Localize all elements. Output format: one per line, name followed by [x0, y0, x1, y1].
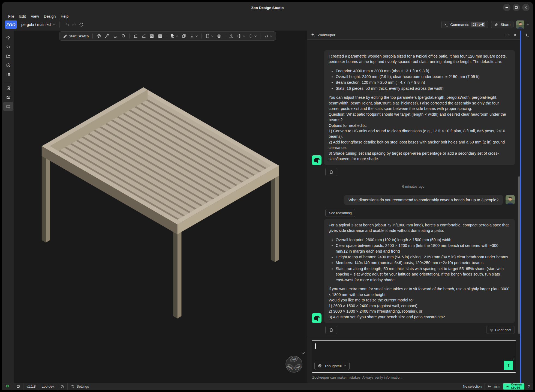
download-file-icon[interactable]: [3, 83, 13, 92]
cage-edit-button[interactable]: [180, 33, 188, 39]
message-paragraph: I created a parametric wooden pergola si…: [329, 53, 510, 65]
boolean-button[interactable]: [169, 33, 179, 39]
infinity-icon: ∞: [506, 384, 509, 389]
export-file-icon[interactable]: [3, 93, 13, 101]
chat-scrollbar[interactable]: [518, 176, 520, 334]
revolve-button[interactable]: [119, 33, 127, 39]
close-button[interactable]: [522, 4, 530, 11]
hole-button[interactable]: [156, 33, 164, 39]
chat-message-list[interactable]: I created a parametric wooden pergola si…: [307, 40, 520, 337]
copy-message-button[interactable]: [325, 326, 337, 334]
chevron-down-icon: [211, 35, 213, 37]
bullet-item: Beam section: 120 mm × 250 mm (≈ 4.7 in …: [336, 80, 510, 85]
zookeeper-panel: Zookeeper I created a parametric wooden …: [307, 31, 520, 383]
import-button[interactable]: [227, 33, 235, 39]
chevron-down-icon: [176, 35, 178, 37]
sweep-icon: [104, 34, 109, 38]
wifi-icon: [5, 384, 10, 388]
window-title: Zoo Design Studio: [251, 6, 284, 10]
machine-status[interactable]: [13, 383, 23, 390]
menu-item[interactable]: File: [6, 14, 17, 19]
zoo-logo[interactable]: ZOO: [5, 20, 17, 29]
layers-button[interactable]: [215, 33, 223, 39]
units-indicator[interactable]: mm: [485, 383, 503, 390]
zookeeper-tab-icon[interactable]: [525, 33, 529, 38]
feature-tree-icon[interactable]: [3, 33, 13, 42]
extrude-icon: [96, 34, 101, 38]
message-paragraph: For a typical 3-seat bench (about 72 in/…: [329, 222, 510, 234]
share-button[interactable]: Share: [491, 21, 513, 28]
maximize-button[interactable]: [513, 4, 520, 11]
link-icon: [494, 22, 498, 27]
settings-button[interactable]: Settings: [68, 383, 92, 390]
billing-badge[interactable]: ∞ Overrun $0.00: [503, 383, 524, 390]
sweep-button[interactable]: [103, 33, 111, 39]
orientation-gizmo[interactable]: Top Front Right: [285, 355, 303, 373]
menu-item[interactable]: Help: [58, 14, 71, 19]
app-version[interactable]: v1.1.8: [23, 383, 39, 390]
insert-button[interactable]: [204, 33, 215, 39]
insert-page-icon: [205, 34, 210, 38]
assistant-message: I created a parametric wooden pergola si…: [312, 50, 515, 165]
redo-button[interactable]: [71, 21, 78, 28]
gizmo-collapse-chevron[interactable]: [302, 352, 305, 354]
import-icon: [229, 34, 234, 38]
chevron-down-icon: [254, 35, 257, 37]
cage-icon: [181, 34, 186, 38]
clear-chat-label: Clear chat: [495, 328, 511, 332]
chamfer-icon: [141, 34, 146, 38]
statusbar: v1.1.8 zoo.dev Settings No selection mm: [2, 383, 533, 390]
help-button[interactable]: ?: [525, 383, 533, 390]
code-editor-icon[interactable]: [3, 42, 13, 51]
chevron-down-icon[interactable]: [527, 24, 530, 25]
bullet-item: Members: 140×140 mm (nominal 6×6) posts;…: [336, 260, 510, 265]
menu-item[interactable]: Design: [42, 14, 58, 19]
see-reasoning-button[interactable]: See reasoning: [325, 209, 355, 217]
pattern-dots-icon: [248, 34, 253, 38]
timer-status[interactable]: [57, 383, 67, 390]
extrude-button[interactable]: [95, 33, 103, 39]
pattern-button[interactable]: [247, 33, 258, 39]
commands-button[interactable]: >_ Commands Ctrl+K: [441, 21, 488, 28]
move-button[interactable]: [236, 33, 247, 39]
undo-button[interactable]: [64, 21, 71, 28]
logs-list-icon[interactable]: [3, 70, 13, 79]
machine-panel-icon[interactable]: [3, 102, 13, 111]
viewport-3d[interactable]: Start Sketch: [14, 31, 307, 383]
chamfer-button[interactable]: [140, 33, 148, 39]
panel-menu-icon[interactable]: [505, 34, 509, 35]
panel-close-icon[interactable]: [513, 34, 516, 37]
start-sketch-button[interactable]: Start Sketch: [62, 33, 90, 39]
menu-item[interactable]: View: [29, 14, 41, 19]
main-area: x Start Sketch: [2, 31, 533, 383]
copy-message-button[interactable]: [325, 168, 337, 176]
divider: [92, 34, 93, 38]
svg-text:x: x: [7, 64, 9, 67]
chat-input[interactable]: Thoughtful: [312, 340, 516, 373]
model-selector-button[interactable]: Thoughtful: [314, 362, 350, 370]
fillet-button[interactable]: [132, 33, 139, 39]
send-button[interactable]: [504, 361, 513, 370]
point-move-button[interactable]: [188, 33, 199, 39]
user-avatar[interactable]: [516, 20, 524, 29]
bullet-item: Slats: 16 pieces, 50 mm thick, evenly sp…: [336, 86, 510, 91]
resize-grip-icon[interactable]: [512, 357, 515, 360]
settings-label: Settings: [77, 385, 89, 388]
clear-chat-button[interactable]: Clear chat: [486, 326, 515, 334]
project-breadcrumb[interactable]: pergola / main.kcl: [21, 22, 56, 27]
plane-button[interactable]: [263, 33, 273, 39]
bullet-item: Overall footprint: 2600 mm (102 in) leng…: [336, 237, 510, 243]
refresh-button[interactable]: [78, 21, 85, 28]
network-status[interactable]: [2, 383, 13, 390]
shell-button[interactable]: [148, 33, 156, 39]
minimize-button[interactable]: [503, 4, 510, 11]
pergola-model[interactable]: [14, 31, 307, 383]
loft-button[interactable]: [111, 33, 119, 39]
site-link[interactable]: zoo.dev: [39, 383, 57, 390]
variables-icon[interactable]: x: [3, 61, 13, 70]
project-files-icon[interactable]: [3, 52, 13, 60]
menu-item[interactable]: Edit: [17, 14, 28, 19]
message-bullet-list: Footprint: 4000 mm × 3000 mm (about 13.1…: [329, 68, 510, 91]
axis-point-icon: [190, 34, 194, 38]
plane-icon: [264, 34, 269, 38]
